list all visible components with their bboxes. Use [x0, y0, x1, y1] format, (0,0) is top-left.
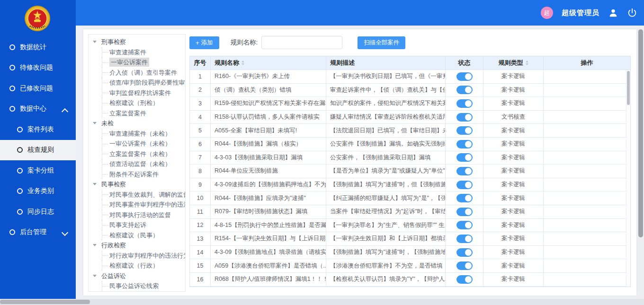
- status-toggle[interactable]: [456, 208, 473, 216]
- tree-item[interactable]: 立案监督案件: [89, 108, 185, 119]
- sidebar-item[interactable]: 已修改问题: [0, 78, 76, 99]
- rule-name-label: 规则名称:: [231, 38, 258, 47]
- table-row: 6 R044-【强制措施】漏填（核实） 公安案件【强制措施】漏填。如确实无强制措…: [190, 138, 630, 151]
- cell-rule-desc: 审查起诉案件中，【侦（调）查机关】与【侦（...: [326, 84, 446, 97]
- power-logout-icon[interactable]: [627, 8, 637, 18]
- tree-item[interactable]: 立案监督案件（未检）: [89, 149, 185, 159]
- cell-operations: [544, 273, 626, 287]
- tree-item-label: 检察建议（刑检）: [109, 99, 159, 106]
- add-rule-button[interactable]: + 添加: [189, 36, 219, 49]
- sidebar-menu: 数据统计 待修改问题 已修改问题 数据中心: [0, 37, 76, 243]
- tree-item[interactable]: 检察建议（民事）: [89, 230, 185, 241]
- status-toggle[interactable]: [456, 113, 473, 122]
- user-icon[interactable]: [608, 8, 618, 18]
- page-horizontal-scrollbar-thumb[interactable]: [0, 300, 90, 304]
- sort-icons[interactable]: [526, 61, 528, 65]
- chevron-icon: [62, 229, 68, 235]
- table-scrollbar-track[interactable]: [626, 70, 630, 287]
- status-toggle[interactable]: [456, 235, 473, 243]
- tree-item[interactable]: 侦查活动监督（未检）: [89, 159, 185, 169]
- sort-asc-icon[interactable]: [242, 61, 244, 62]
- tree-item[interactable]: 民事支持起诉: [89, 220, 185, 230]
- sort-asc-icon[interactable]: [526, 61, 528, 62]
- tree-item[interactable]: 一审公诉案件: [89, 57, 185, 68]
- sort-desc-icon[interactable]: [242, 63, 244, 65]
- tree-item-label: 检察建议（民事）: [109, 232, 159, 239]
- sidebar-item[interactable]: 业务类别: [0, 181, 76, 202]
- status-toggle[interactable]: [456, 86, 473, 94]
- header-rule-type-label: 规则类型: [499, 59, 523, 67]
- sidebar-item[interactable]: 数据中心: [0, 99, 76, 120]
- table-row: 3 R159-侵犯知识产权情况下相关案卡存在漏填 知识产权的案件，侵犯知识产权情…: [190, 97, 630, 111]
- tree-item[interactable]: 介入侦（调）查引导案件: [89, 68, 185, 78]
- page-vertical-scrollbar-thumb[interactable]: [638, 29, 643, 237]
- status-toggle[interactable]: [456, 140, 473, 148]
- tree-item[interactable]: 行政检察: [89, 240, 185, 251]
- tree-item[interactable]: 民事检察: [89, 179, 185, 190]
- tree-item-label: 对行政审判程序中的违法行为: [109, 252, 185, 259]
- cell-rule-name: R044-【强制措施】漏填（核实）: [211, 138, 326, 151]
- cell-status: [446, 111, 483, 124]
- tree-item[interactable]: 审判监督程序抗诉案件: [89, 88, 185, 98]
- status-toggle[interactable]: [456, 99, 473, 108]
- tree-item[interactable]: 民事公益诉讼诉前审查: [89, 291, 185, 292]
- status-toggle[interactable]: [456, 194, 473, 202]
- status-toggle[interactable]: [456, 153, 473, 162]
- topbar: 超 超级管理员: [76, 0, 644, 26]
- tree-item[interactable]: 检察建议（行政）: [89, 261, 185, 271]
- sort-desc-icon[interactable]: [526, 63, 528, 65]
- cell-no: 1: [190, 70, 211, 84]
- tree-item[interactable]: 未检: [89, 118, 185, 129]
- header-rule-name-label: 规则名称: [215, 59, 239, 67]
- chevron-icon: [62, 108, 68, 114]
- cell-operations: [544, 259, 626, 273]
- sidebar-item[interactable]: 案件列表: [0, 119, 76, 140]
- status-toggle[interactable]: [456, 72, 473, 81]
- cell-operations: [544, 205, 626, 219]
- status-toggle[interactable]: [456, 275, 473, 284]
- status-toggle[interactable]: [456, 221, 473, 229]
- cell-operations: [544, 151, 626, 165]
- user-avatar[interactable]: 超: [541, 7, 553, 19]
- table-row: 15 A059【涉港澳台侨犯罪案件】是否错填（... 【涉港澳台侨犯罪案件】不为…: [190, 259, 630, 273]
- tree-item[interactable]: 检察建议（刑检）: [89, 98, 185, 108]
- cell-status: [446, 124, 483, 138]
- cell-rule-desc: 【纠正漏捕的犯罪嫌疑人】填写为"是"，【强制措...: [326, 192, 446, 205]
- cell-rule-type: 案卡逻辑: [483, 165, 544, 178]
- tree-item[interactable]: 公益诉讼: [89, 271, 185, 281]
- sidebar-item[interactable]: 数据统计: [0, 37, 76, 58]
- status-toggle[interactable]: [456, 126, 473, 135]
- sidebar-item[interactable]: 核查规则: [0, 140, 76, 161]
- status-toggle[interactable]: [456, 261, 473, 270]
- rule-name-input[interactable]: [261, 36, 342, 49]
- page-horizontal-scrollbar-track[interactable]: [0, 299, 644, 305]
- caret-down-icon: [93, 122, 97, 124]
- status-toggle[interactable]: [456, 248, 473, 257]
- table-scrollbar-thumb[interactable]: [627, 71, 630, 105]
- header-rule-name[interactable]: 规则名称: [211, 56, 326, 70]
- tree-item[interactable]: 对民事生效裁判、调解的监督: [89, 190, 185, 200]
- status-toggle[interactable]: [456, 167, 473, 175]
- scan-all-cases-button[interactable]: 扫描全部案件: [358, 36, 405, 49]
- tree-item[interactable]: 对行政审判程序中的违法行为: [89, 251, 185, 261]
- tree-item[interactable]: 审查逮捕案件（未检）: [89, 129, 185, 139]
- sidebar-item[interactable]: 待修改问题: [0, 58, 76, 78]
- tree-item[interactable]: 民事公益诉讼线索: [89, 281, 185, 291]
- tree-item[interactable]: 侦查/审判阶段羁押必要性审查: [89, 78, 185, 88]
- header-rule-type[interactable]: 规则类型: [483, 56, 544, 70]
- status-toggle[interactable]: [456, 181, 473, 189]
- sort-icons[interactable]: [242, 61, 244, 65]
- sidebar-item[interactable]: 后台管理: [0, 222, 76, 243]
- sidebar-item[interactable]: 案卡分组: [0, 160, 76, 181]
- sidebar-item[interactable]: 同步日志: [0, 201, 76, 222]
- header-operations: 操作: [544, 56, 630, 70]
- cell-no: 9: [190, 178, 211, 192]
- tree-item[interactable]: 一审公诉案件（未检）: [89, 139, 185, 149]
- table-row: 10 R044-【强制措施】应填录为"逮捕" 【纠正漏捕的犯罪嫌疑人】填写为"是…: [190, 192, 630, 205]
- tree-item[interactable]: 刑事检察: [89, 37, 185, 47]
- tree-item[interactable]: 审查逮捕案件: [89, 47, 185, 58]
- page-vertical-scrollbar-track[interactable]: [637, 26, 644, 299]
- tree-item[interactable]: 附条件不起诉案件: [89, 169, 185, 180]
- tree-item[interactable]: 对民事案件审判程序中的违法: [89, 200, 185, 210]
- tree-item[interactable]: 对民事执行活动的监督: [89, 210, 185, 220]
